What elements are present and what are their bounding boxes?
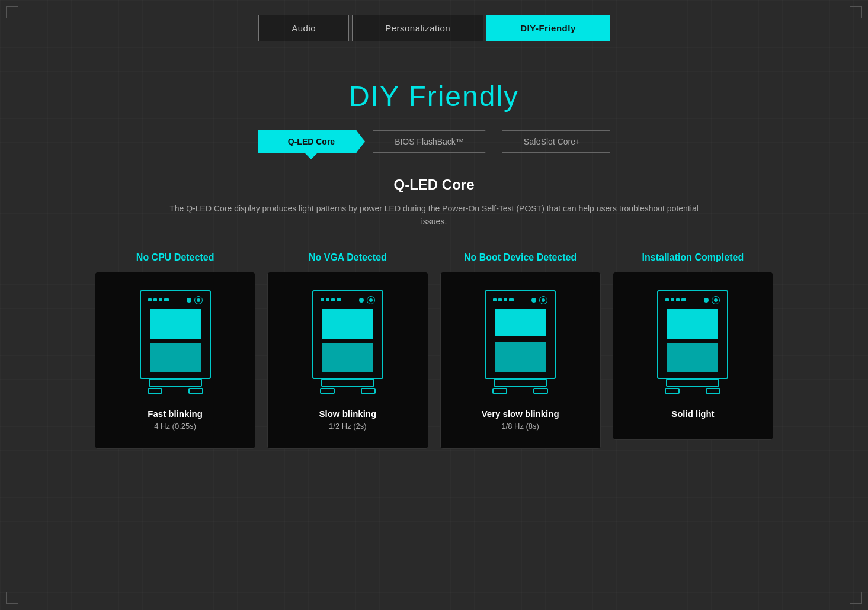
led-card-no-boot-card: Very slow blinking 1/8 Hz (8s) [440, 272, 601, 449]
led-card-install-complete-card: Solid light [613, 272, 773, 440]
led-card-no-vga-card: Slow blinking 1/2 Hz (2s) [267, 272, 428, 449]
sub-tab-q-led-core[interactable]: Q-LED Core [258, 130, 365, 153]
section-content: Q-LED Core The Q-LED Core display produc… [0, 176, 868, 449]
led-card-install-complete-label: Installation Completed [642, 252, 744, 263]
led-card-install-complete-blink: Solid light [671, 409, 715, 419]
sub-navigation: Q-LED Core BIOS FlashBack™ SafeSlot Core… [0, 130, 868, 153]
sub-tab-safeslot-core[interactable]: SafeSlot Core+ [494, 130, 610, 153]
led-card-no-cpu-card: Fast blinking 4 Hz (0.25s) [95, 272, 255, 449]
led-card-no-cpu-label: No CPU Detected [136, 252, 214, 263]
sub-tab-bios-flashback[interactable]: BIOS FlashBack™ [364, 130, 494, 153]
led-card-install-complete: Installation Completed [613, 252, 773, 449]
led-cards-container: No CPU Detected [47, 252, 821, 449]
led-card-no-vga-label: No VGA Detected [309, 252, 387, 263]
led-card-no-vga-freq: 1/2 Hz (2s) [329, 422, 367, 431]
section-description: The Q-LED Core display produces light pa… [168, 202, 701, 229]
corner-decoration-br [850, 592, 862, 604]
led-card-no-cpu: No CPU Detected [95, 252, 255, 449]
page-title: DIY Friendly [0, 80, 868, 113]
led-card-no-cpu-blink: Fast blinking [148, 409, 203, 419]
corner-decoration-tr [850, 6, 862, 18]
led-card-no-boot-blink: Very slow blinking [482, 409, 559, 419]
section-title: Q-LED Core [47, 176, 821, 193]
top-navigation: Audio Personalization DIY-Friendly [0, 0, 868, 56]
led-card-no-vga-blink: Slow blinking [319, 409, 377, 419]
led-card-no-boot: No Boot Device Detected [440, 252, 601, 449]
tab-diy-friendly[interactable]: DIY-Friendly [486, 15, 610, 41]
tab-personalization[interactable]: Personalization [352, 15, 483, 41]
corner-decoration-bl [6, 592, 18, 604]
corner-decoration-tl [6, 6, 18, 18]
led-card-no-boot-label: No Boot Device Detected [464, 252, 576, 263]
led-card-no-vga: No VGA Detected [267, 252, 428, 449]
tab-audio[interactable]: Audio [258, 15, 349, 41]
led-card-no-boot-freq: 1/8 Hz (8s) [501, 422, 539, 431]
led-card-no-cpu-freq: 4 Hz (0.25s) [154, 422, 196, 431]
active-tab-indicator [305, 153, 317, 159]
